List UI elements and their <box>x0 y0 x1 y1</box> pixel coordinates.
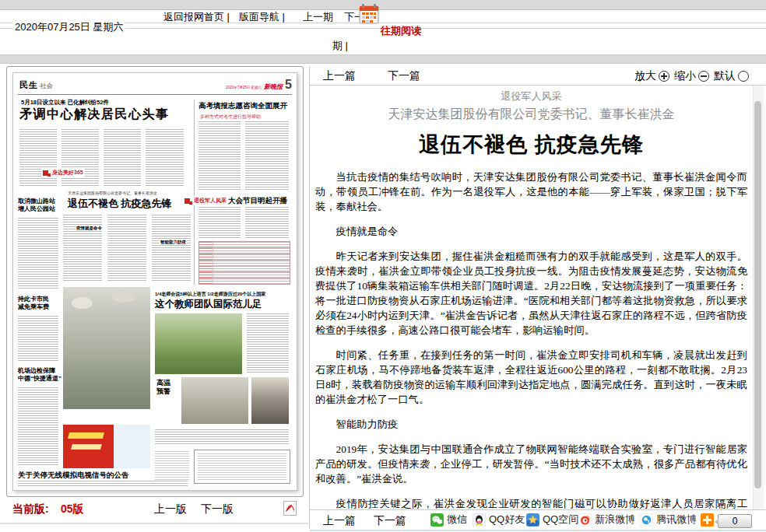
teacher-article-kicker: 1/4老师会说5种以上语言 1/2老师游历过20个以上国家 <box>155 291 265 298</box>
share-qq-button[interactable]: QQ好友 <box>473 513 525 527</box>
tencent-weibo-icon <box>640 513 653 527</box>
zoom-out-icon <box>698 71 709 82</box>
zoom-out-button[interactable]: 缩小 <box>674 69 709 83</box>
masthead-info: 2020年7月25日 星期六 新晚报 5 <box>226 78 292 92</box>
text-placeholder <box>199 207 241 238</box>
pdf-icon[interactable] <box>283 501 297 519</box>
text-placeholder <box>146 129 184 187</box>
text-placeholder <box>199 121 241 190</box>
article-body: 退役军人风采 天津安达集团股份有限公司党委书记、董事长崔洪金 退伍不褪色 抗疫急… <box>311 86 751 509</box>
text-placeholder <box>61 129 99 187</box>
zoom-in-button[interactable]: 放大 <box>634 69 669 83</box>
paper-name-logo: 新晚报 <box>264 82 283 91</box>
notice-headline[interactable]: 关于关停无线模拟电视信号的公告 <box>18 471 129 481</box>
article-paragraph: 时间紧、任务重，在接到任务的第一时间，崔洪金立即安排司机和车辆，凌晨就出发赶到石… <box>315 348 747 407</box>
article-paragraph: 疫情防控关键之际，崔洪金发现企业研发的智能门磁可以协助做好返津人员居家隔离工作。… <box>315 496 747 509</box>
picnic-photo <box>155 313 242 374</box>
text-placeholder <box>104 129 141 187</box>
advertisement-banner <box>63 425 150 468</box>
heat-photo <box>181 377 248 424</box>
share-qzone-button[interactable]: QQ空间 <box>526 513 578 527</box>
text-placeholder <box>247 313 289 374</box>
top-gray-strip <box>0 0 766 10</box>
text-placeholder <box>152 215 191 282</box>
qq-icon <box>473 513 486 527</box>
prev-page-button[interactable]: 上一版 <box>154 502 187 516</box>
featured-article-kicker[interactable]: 天津安达集团股份有限公司党委书记、董事长崔洪金 <box>68 191 157 195</box>
footer-prev-article-button[interactable]: 上一篇 <box>323 514 356 528</box>
calendar-icon[interactable] <box>359 3 379 28</box>
lead-headline[interactable]: 矛调中心解决居民心头事 <box>19 107 170 123</box>
text-placeholder <box>107 215 146 282</box>
featured-article-headline[interactable]: 退伍不褪色 抗疫急先锋 <box>68 197 172 211</box>
column-rule <box>194 100 195 285</box>
article-section-heading: 智能助力防疫 <box>315 417 747 432</box>
page-thumbnail-panel: 民生·社会 2020年7月25日 星期六 新晚报 5 5月18日设立以来 已化解… <box>6 66 304 497</box>
text-placeholder <box>19 129 57 187</box>
next-article-button[interactable]: 下一篇 <box>388 69 420 83</box>
article-section-heading: 疫情就是命令 <box>315 224 747 239</box>
heat-warning-label: 高温预警 <box>156 379 170 396</box>
header-bottom-strip <box>0 54 766 64</box>
article-paragraph: 昨天记者来到安达集团，握住崔洪金粗糙而强有力的双手就能感受到，这是军人的双手。疫… <box>315 249 747 338</box>
share-counter[interactable]: 0 <box>718 514 752 528</box>
bottom-divider <box>0 523 308 524</box>
nav-archive-link[interactable]: 往期阅读 <box>381 24 421 38</box>
lead-kicker: 5月18日设立以来 已化解纠纷52件 <box>21 99 109 107</box>
text-placeholder <box>155 429 289 445</box>
wechat-icon <box>430 513 444 527</box>
lead-badge: 身边美好365 <box>41 168 85 177</box>
text-placeholder <box>245 207 289 238</box>
nav-next-issue-link-wrap[interactable]: 期 | <box>332 39 348 53</box>
text-placeholder <box>63 215 102 282</box>
share-wechat-button[interactable]: 微信 <box>430 513 467 527</box>
nav-home-link[interactable]: 返回报网首页 | <box>163 10 230 24</box>
info-box <box>194 450 290 484</box>
article-paragraph: 当抗击疫情的集结号吹响时，天津安达集团股份有限公司党委书记、董事长崔洪金闻令而动… <box>315 170 747 214</box>
qzone-icon <box>526 513 539 527</box>
text-placeholder <box>18 387 58 465</box>
panel-divider <box>309 66 310 529</box>
left-col-headline-1[interactable]: 取消微山路站增人民公园站 <box>18 198 55 213</box>
right-top-headline[interactable]: 高考填报志愿咨询全面展开 <box>199 101 287 111</box>
article-paragraph: 2019年，安达集团与中国联通合作成立了物联网智能终端联合实验室，专门进行智能居… <box>315 442 747 486</box>
zoom-reset-icon <box>738 71 749 82</box>
featured-article-badge: 退役军人风采 <box>183 196 228 205</box>
masthead-rule <box>18 94 292 95</box>
street-photo <box>63 287 150 409</box>
prev-article-button[interactable]: 上一篇 <box>323 69 356 83</box>
text-placeholder <box>155 451 189 481</box>
newspaper-page-thumbnail[interactable]: 民生·社会 2020年7月25日 星期六 新晚报 5 5月18日设立以来 已化解… <box>12 72 297 491</box>
text-placeholder <box>245 121 289 190</box>
article-scrollbar-thumb[interactable] <box>754 101 761 488</box>
zoom-reset-button[interactable]: 默认 <box>714 69 749 83</box>
footer-next-article-button[interactable]: 下一篇 <box>374 514 406 528</box>
current-page-label: 当前版: <box>12 502 49 516</box>
article-title: 退伍不褪色 抗疫急先锋 <box>311 131 751 159</box>
left-col-headline-3[interactable]: 机场边检保障中德“快捷通道” <box>18 367 61 383</box>
next-page-button[interactable]: 下一版 <box>201 502 234 516</box>
article-subtitle: 天津安达集团股份有限公司党委书记、董事长崔洪金 <box>311 107 751 123</box>
text-placeholder <box>18 316 58 361</box>
share-more-button[interactable] <box>701 513 714 530</box>
share-tencent-weibo-button[interactable]: 腾讯微博 <box>640 513 697 527</box>
section-label: 民生·社会 <box>19 79 53 91</box>
nav-prev-issue-link[interactable]: 上一期 <box>303 10 333 24</box>
sina-weibo-icon <box>578 513 592 527</box>
article-kicker: 退役军人风采 <box>311 89 751 103</box>
featured-subhead-2: 智能助力防疫 <box>160 240 187 245</box>
issue-date: 2020年07月25日 星期六 <box>12 20 125 34</box>
schedule-table <box>199 241 290 285</box>
plus-icon <box>701 513 714 527</box>
current-page-value: 05版 <box>61 502 84 516</box>
share-sina-weibo-button[interactable]: 新浪微博 <box>578 513 635 527</box>
text-placeholder <box>18 218 58 289</box>
zoom-in-icon <box>659 71 669 82</box>
library-photo <box>251 377 289 424</box>
nav-layout-link[interactable]: 版面导航 | <box>239 10 285 24</box>
right-top-subhead: 多种方式对考生进行指导帮助 <box>200 114 261 121</box>
left-col-headline-2[interactable]: 持此卡市民减免乘车费 <box>18 296 49 311</box>
text-placeholder <box>18 481 188 488</box>
featured-subhead-1: 疫情就是命令 <box>76 226 103 231</box>
teacher-article-headline[interactable]: 这个教师团队国际范儿足 <box>155 298 262 311</box>
